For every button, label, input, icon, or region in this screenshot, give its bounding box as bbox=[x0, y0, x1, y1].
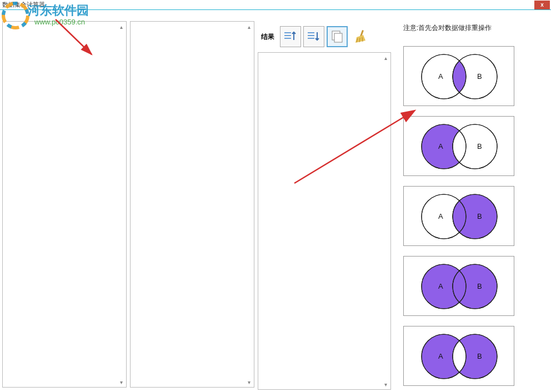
right-panel: 结果 bbox=[258, 21, 549, 390]
svg-rect-2 bbox=[284, 38, 291, 39]
copy-icon bbox=[329, 29, 345, 44]
sort-asc-icon bbox=[283, 29, 298, 44]
svg-text:B: B bbox=[477, 212, 482, 220]
sort-desc-button[interactable] bbox=[303, 26, 324, 47]
svg-text:B: B bbox=[477, 282, 482, 290]
scroll-down-icon[interactable]: ▾ bbox=[245, 378, 253, 386]
scroll-up-icon[interactable]: ▴ bbox=[245, 23, 253, 31]
result-area: 结果 bbox=[258, 21, 391, 390]
sort-desc-icon bbox=[306, 29, 322, 44]
result-header: 结果 bbox=[258, 21, 391, 52]
input-set-a[interactable]: ▴ ▾ bbox=[2, 21, 127, 388]
venn-panel: 注意:首先会对数据做排重操作 ABABABABAB bbox=[393, 21, 549, 390]
copy-button[interactable] bbox=[327, 26, 348, 47]
svg-text:A: A bbox=[438, 212, 443, 220]
result-label: 结果 bbox=[261, 32, 274, 42]
svg-rect-4 bbox=[308, 35, 314, 36]
window-title: 数据集合计算器 bbox=[2, 1, 45, 9]
svg-text:A: A bbox=[438, 72, 443, 81]
svg-rect-5 bbox=[308, 38, 314, 39]
venn-sym-diff-button[interactable]: AB bbox=[403, 326, 514, 386]
svg-rect-3 bbox=[308, 32, 314, 33]
scroll-down-icon[interactable]: ▾ bbox=[382, 380, 389, 388]
svg-text:B: B bbox=[477, 352, 482, 360]
svg-text:A: A bbox=[438, 352, 443, 360]
venn-intersection-button[interactable]: AB bbox=[403, 46, 514, 106]
svg-rect-7 bbox=[334, 33, 342, 42]
svg-text:A: A bbox=[438, 282, 443, 290]
venn-union-button[interactable]: AB bbox=[403, 256, 514, 316]
svg-text:B: B bbox=[477, 72, 482, 81]
titlebar: 数据集合计算器 x bbox=[0, 0, 551, 10]
svg-text:B: B bbox=[477, 142, 482, 150]
scroll-down-icon[interactable]: ▾ bbox=[117, 378, 125, 386]
svg-rect-1 bbox=[284, 35, 291, 36]
svg-text:A: A bbox=[438, 142, 443, 150]
main-area: ▴ ▾ ▴ ▾ 结果 bbox=[0, 10, 551, 392]
close-button[interactable]: x bbox=[534, 1, 550, 9]
venn-b-minus-a-button[interactable]: AB bbox=[403, 186, 514, 246]
note-text: 注意:首先会对数据做排重操作 bbox=[403, 23, 544, 33]
sort-asc-button[interactable] bbox=[280, 26, 301, 47]
scroll-up-icon[interactable]: ▴ bbox=[117, 23, 125, 31]
scroll-up-icon[interactable]: ▴ bbox=[382, 54, 389, 62]
svg-rect-0 bbox=[284, 32, 291, 33]
venn-a-minus-b-button[interactable]: AB bbox=[403, 116, 514, 176]
result-textarea[interactable]: ▴ ▾ bbox=[258, 52, 391, 390]
close-icon: x bbox=[540, 2, 544, 8]
input-set-b[interactable]: ▴ ▾ bbox=[130, 21, 254, 388]
broom-icon bbox=[352, 28, 369, 45]
clear-button[interactable] bbox=[350, 26, 371, 47]
